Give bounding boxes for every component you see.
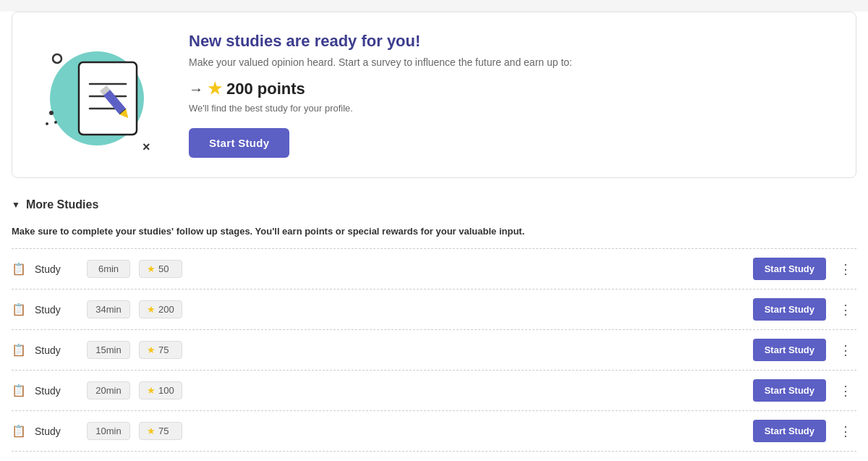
start-study-button[interactable]: Start Study [753,379,826,402]
svg-point-4 [46,122,48,125]
page-wrapper: × New studies a [0,12,868,461]
table-row: 📋 Study 34min ★ 200 Start Study ⋮ [12,289,856,330]
star-icon: ★ [147,263,156,274]
start-study-button[interactable]: Start Study [753,339,826,361]
study-name-label: Study [35,344,78,356]
study-points-badge: ★ 50 [139,260,182,278]
points-text: 75 [158,344,169,355]
document-icon: 📋 [12,384,26,397]
svg-text:×: × [142,140,150,154]
more-options-button[interactable]: ⋮ [835,258,856,280]
table-row: 📋 Study 15min ★ 75 Start Study ⋮ [12,330,856,371]
table-row: 📋 Study 6min ★ 50 Start Study ⋮ [12,249,856,289]
study-name-label: Study [35,426,78,437]
study-time-badge: 34min [87,300,130,318]
hero-subtitle: Make your valued opinion heard. Start a … [189,56,833,68]
study-time-badge: 20min [87,381,130,399]
document-icon: 📋 [12,303,26,316]
more-studies-section: ▼ More Studies Make sure to complete you… [12,190,856,452]
chevron-down-icon: ▼ [12,200,20,210]
arrow-icon: → [189,81,203,98]
start-study-button[interactable]: Start Study [753,420,826,442]
study-points-badge: ★ 100 [139,381,182,399]
points-text: 50 [158,263,169,274]
follow-up-notice: Make sure to complete your studies' foll… [12,220,856,249]
study-list: 📋 Study 6min ★ 50 Start Study ⋮ 📋 Study … [12,249,856,452]
svg-point-5 [54,121,57,124]
start-study-button[interactable]: Start Study [753,298,826,321]
table-row: 📋 Study 10min ★ 75 Start Study ⋮ [12,411,856,452]
star-icon: ★ [147,304,156,315]
star-icon: ★ [147,385,156,396]
study-name-label: Study [35,385,78,397]
more-options-button[interactable]: ⋮ [835,380,856,402]
study-name-label: Study [35,304,78,316]
document-icon: 📋 [12,262,26,276]
hero-points: → ★ 200 points [189,80,833,98]
star-icon: ★ [147,426,156,436]
hero-title: New studies are ready for you! [189,32,833,51]
study-time-badge: 10min [87,422,130,440]
study-time-badge: 15min [87,341,130,359]
study-points-badge: ★ 75 [139,422,182,440]
study-time-badge: 6min [87,260,130,278]
hero-illustration: × [35,30,166,160]
more-options-button[interactable]: ⋮ [835,420,856,442]
points-text: 75 [158,426,169,436]
study-points-badge: ★ 75 [139,341,182,359]
star-icon: ★ [208,80,222,98]
more-options-button[interactable]: ⋮ [835,339,856,361]
start-study-button[interactable]: Start Study [753,258,826,280]
document-icon: 📋 [12,424,26,438]
svg-point-3 [49,111,54,115]
study-name-label: Study [35,263,78,275]
document-icon: 📋 [12,343,26,357]
more-studies-title: More Studies [26,198,98,211]
more-options-button[interactable]: ⋮ [835,299,856,321]
table-row: 📋 Study 20min ★ 100 Start Study ⋮ [12,371,856,411]
points-text: 100 [158,385,174,396]
points-value: 200 points [226,80,305,98]
hero-banner: × New studies a [12,12,856,178]
star-icon: ★ [147,344,156,355]
study-points-badge: ★ 200 [139,300,182,318]
hero-content: New studies are ready for you! Make your… [189,32,833,158]
more-studies-header[interactable]: ▼ More Studies [12,190,856,220]
points-text: 200 [158,304,174,315]
svg-point-1 [53,54,61,63]
hero-start-study-button[interactable]: Start Study [189,128,289,158]
hero-find-text: We'll find the best study for your profi… [189,103,833,114]
